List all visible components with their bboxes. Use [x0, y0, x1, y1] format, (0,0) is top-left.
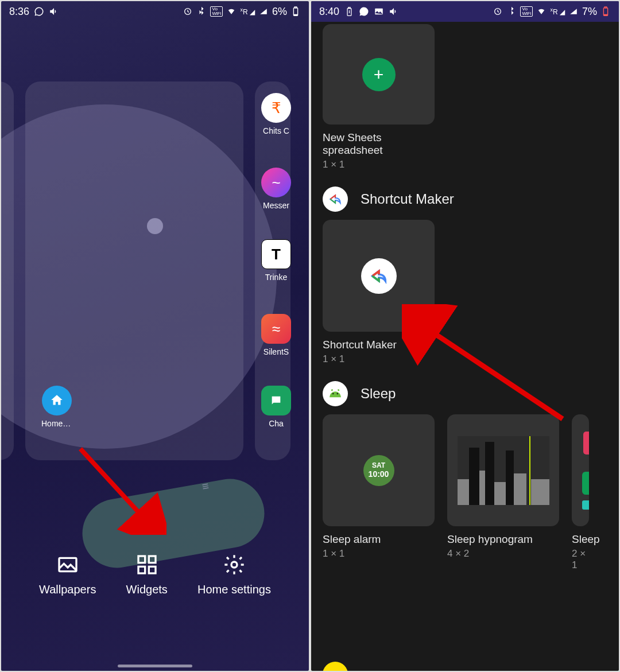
widget-item-sheets[interactable]: + New Sheets spreadsheet 1 × 1: [323, 24, 435, 170]
image-icon: [55, 552, 80, 577]
signal-icon: xR ◢: [240, 7, 255, 16]
widget-item-sleep-extra[interactable]: Sleep 2 × 1: [572, 414, 589, 571]
status-time: 8:40: [319, 6, 339, 18]
shortcut-maker-icon: [361, 258, 397, 294]
signal2-icon: [568, 6, 579, 17]
gallery-icon: [374, 6, 384, 17]
alarm-badge-icon: SAT 10:00: [363, 455, 394, 486]
home-page-current[interactable]: Home Ass…: [25, 81, 243, 460]
widget-size: 1 × 1: [323, 548, 435, 560]
home-page-next[interactable]: ₹ Chits C ~ Messer T Trinke ≈ SilentS Ch…: [255, 81, 290, 460]
volume-icon: [389, 6, 399, 17]
home-pages-carousel[interactable]: ◐ me C… ancial Home Ass… ₹ Chits C ~: [1, 81, 309, 460]
widget-name: Sleep alarm: [323, 533, 435, 546]
sleep-app-icon: [323, 381, 348, 406]
widgets-icon: [134, 552, 160, 577]
app-label: Trinke: [261, 273, 292, 282]
svg-rect-12: [348, 7, 350, 8]
wifi-icon: [536, 6, 547, 17]
svg-point-18: [332, 393, 334, 395]
app-label: Messer: [261, 201, 292, 210]
widget-section-shortcut-maker[interactable]: Shortcut Maker: [323, 187, 607, 212]
toolbar-label: Home settings: [197, 583, 271, 596]
home-page-prev[interactable]: ◐ me C… ancial: [1, 81, 14, 460]
toolbar-label: Widgets: [126, 583, 168, 596]
widget-name: Sleep: [572, 533, 589, 546]
svg-rect-16: [604, 7, 607, 8]
svg-rect-6: [138, 556, 145, 563]
widget-name: Sleep hypnogram: [447, 533, 559, 546]
vowifi-icon: VoWiFi: [520, 6, 533, 17]
widget-size: 4 × 2: [447, 548, 559, 560]
widget-item-shortcut-maker[interactable]: Shortcut Maker 1 × 1: [323, 220, 435, 365]
app-label: Home Ass…: [41, 419, 72, 428]
widget-item-sleep-hypnogram[interactable]: Sleep hypnogram 4 × 2: [447, 414, 559, 571]
section-title: Shortcut Maker: [361, 191, 454, 207]
widget-size: 2 × 1: [572, 548, 589, 571]
svg-rect-7: [149, 556, 156, 563]
svg-rect-17: [604, 14, 607, 15]
widgets-button[interactable]: Widgets: [126, 552, 168, 596]
home-indicator: [118, 665, 192, 667]
svg-point-19: [337, 393, 339, 395]
widget-name: Shortcut Maker: [323, 339, 435, 351]
home-editor-toolbar: Wallpapers Widgets Home settings: [1, 552, 309, 596]
plus-icon: +: [362, 58, 396, 91]
svg-point-10: [231, 562, 237, 568]
svg-rect-9: [149, 566, 156, 573]
gear-icon: [222, 552, 247, 577]
next-section-icon: [323, 662, 348, 671]
svg-rect-8: [138, 566, 145, 573]
bluetooth-icon: [506, 6, 517, 17]
app-label: Chits C: [261, 126, 292, 135]
widget-size: 1 × 1: [323, 354, 435, 365]
battery-icon: [600, 6, 611, 17]
status-bar: 8:40 VoWiFi xR ◢: [311, 1, 619, 22]
battery-percent: 7%: [582, 6, 597, 18]
signal-icon: xR ◢: [550, 7, 565, 16]
widget-list[interactable]: + New Sheets spreadsheet 1 × 1 Shortcut …: [311, 24, 619, 671]
whatsapp-icon: [359, 6, 369, 17]
widget-size: 1 × 1: [323, 159, 435, 170]
widget-item-sleep-alarm[interactable]: SAT 10:00 Sleep alarm 1 × 1: [323, 414, 435, 571]
hypnogram-preview: [458, 436, 549, 505]
widget-section-sleep[interactable]: Sleep: [323, 381, 607, 406]
widget-picker-screen: 8:40 VoWiFi xR ◢: [311, 1, 619, 671]
app-label: Cha: [261, 419, 292, 428]
shortcut-maker-icon: [323, 187, 348, 212]
home-editor-screen: ≡ 8:36 VoWiFi xR ◢: [1, 1, 309, 671]
toolbar-label: Wallpapers: [39, 583, 96, 596]
battery-low-icon: [344, 6, 354, 17]
alarm-day: SAT: [372, 461, 385, 469]
sync-icon: [493, 6, 503, 17]
widget-name: New Sheets spreadsheet: [323, 131, 435, 157]
section-title: Sleep: [361, 386, 396, 402]
alarm-time: 10:00: [369, 469, 389, 479]
app-label: SilentS: [261, 347, 292, 356]
wallpapers-button[interactable]: Wallpapers: [39, 552, 96, 596]
home-settings-button[interactable]: Home settings: [197, 552, 271, 596]
